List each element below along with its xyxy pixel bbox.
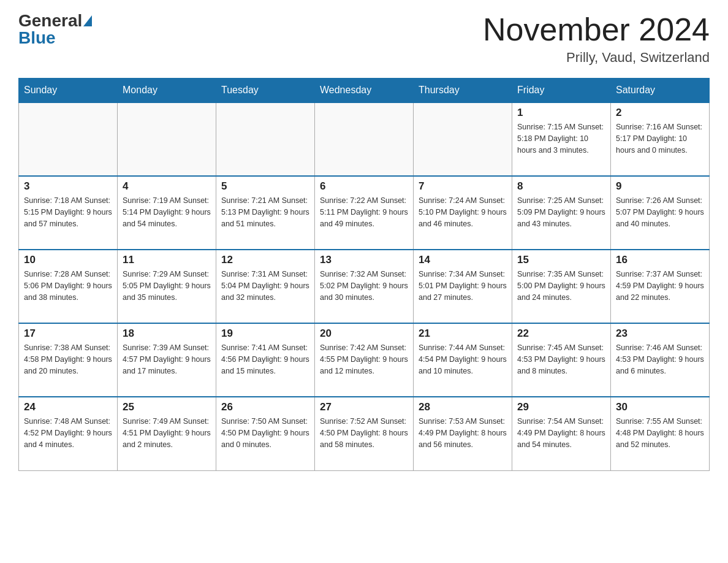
day-number: 6 <box>320 180 408 193</box>
day-number: 13 <box>320 254 408 266</box>
day-number: 2 <box>616 107 704 119</box>
day-number: 18 <box>123 327 211 340</box>
day-number: 28 <box>419 401 507 413</box>
day-number: 12 <box>221 254 309 266</box>
title-section: November 2024 Prilly, Vaud, Switzerland <box>483 12 710 66</box>
calendar-cell-w2-d2: 4Sunrise: 7:19 AM Sunset: 5:14 PM Daylig… <box>118 176 216 250</box>
day-number: 5 <box>221 180 309 193</box>
col-sunday: Sunday <box>19 79 118 103</box>
day-number: 25 <box>123 401 211 413</box>
day-info: Sunrise: 7:54 AM Sunset: 4:49 PM Dayligh… <box>517 416 605 450</box>
day-info: Sunrise: 7:42 AM Sunset: 4:55 PM Dayligh… <box>320 342 408 377</box>
logo-general: General <box>18 12 82 29</box>
calendar-cell-w5-d5: 28Sunrise: 7:53 AM Sunset: 4:49 PM Dayli… <box>414 397 512 470</box>
day-info: Sunrise: 7:37 AM Sunset: 4:59 PM Dayligh… <box>616 269 704 303</box>
day-number: 19 <box>221 327 309 340</box>
day-info: Sunrise: 7:38 AM Sunset: 4:58 PM Dayligh… <box>24 342 112 377</box>
day-info: Sunrise: 7:39 AM Sunset: 4:57 PM Dayligh… <box>123 342 211 377</box>
day-info: Sunrise: 7:53 AM Sunset: 4:49 PM Dayligh… <box>419 416 507 450</box>
day-info: Sunrise: 7:24 AM Sunset: 5:10 PM Dayligh… <box>419 195 507 229</box>
col-tuesday: Tuesday <box>216 79 315 103</box>
day-number: 16 <box>616 254 704 266</box>
calendar-cell-w2-d1: 3Sunrise: 7:18 AM Sunset: 5:15 PM Daylig… <box>19 176 118 250</box>
day-info: Sunrise: 7:28 AM Sunset: 5:06 PM Dayligh… <box>24 269 112 303</box>
day-number: 21 <box>419 327 507 340</box>
col-thursday: Thursday <box>414 79 512 103</box>
calendar-cell-w1-d7: 2Sunrise: 7:16 AM Sunset: 5:17 PM Daylig… <box>611 102 710 176</box>
day-number: 3 <box>24 180 112 193</box>
logo-triangle-icon <box>83 15 92 26</box>
day-info: Sunrise: 7:19 AM Sunset: 5:14 PM Dayligh… <box>123 195 211 229</box>
calendar-week-1: 1Sunrise: 7:15 AM Sunset: 5:18 PM Daylig… <box>19 102 710 176</box>
day-number: 24 <box>24 401 112 413</box>
day-info: Sunrise: 7:50 AM Sunset: 4:50 PM Dayligh… <box>221 416 309 450</box>
calendar-cell-w5-d7: 30Sunrise: 7:55 AM Sunset: 4:48 PM Dayli… <box>611 397 710 470</box>
col-monday: Monday <box>118 79 216 103</box>
col-wednesday: Wednesday <box>315 79 414 103</box>
location-title: Prilly, Vaud, Switzerland <box>483 50 710 66</box>
calendar-cell-w3-d5: 14Sunrise: 7:34 AM Sunset: 5:01 PM Dayli… <box>414 250 512 323</box>
logo: General Blue <box>18 12 92 47</box>
col-friday: Friday <box>512 79 611 103</box>
day-number: 17 <box>24 327 112 340</box>
calendar-cell-w2-d4: 6Sunrise: 7:22 AM Sunset: 5:11 PM Daylig… <box>315 176 414 250</box>
day-info: Sunrise: 7:55 AM Sunset: 4:48 PM Dayligh… <box>616 416 704 450</box>
day-info: Sunrise: 7:31 AM Sunset: 5:04 PM Dayligh… <box>221 269 309 303</box>
day-info: Sunrise: 7:22 AM Sunset: 5:11 PM Dayligh… <box>320 195 408 229</box>
day-number: 29 <box>517 401 605 413</box>
calendar-cell-w4-d2: 18Sunrise: 7:39 AM Sunset: 4:57 PM Dayli… <box>118 323 216 397</box>
day-info: Sunrise: 7:16 AM Sunset: 5:17 PM Dayligh… <box>616 121 704 156</box>
day-number: 22 <box>517 327 605 340</box>
calendar-cell-w5-d1: 24Sunrise: 7:48 AM Sunset: 4:52 PM Dayli… <box>19 397 118 470</box>
day-number: 8 <box>517 180 605 193</box>
calendar-cell-w5-d4: 27Sunrise: 7:52 AM Sunset: 4:50 PM Dayli… <box>315 397 414 470</box>
calendar-cell-w4-d3: 19Sunrise: 7:41 AM Sunset: 4:56 PM Dayli… <box>216 323 315 397</box>
day-number: 14 <box>419 254 507 266</box>
calendar-cell-w3-d4: 13Sunrise: 7:32 AM Sunset: 5:02 PM Dayli… <box>315 250 414 323</box>
day-info: Sunrise: 7:34 AM Sunset: 5:01 PM Dayligh… <box>419 269 507 303</box>
calendar-cell-w4-d1: 17Sunrise: 7:38 AM Sunset: 4:58 PM Dayli… <box>19 323 118 397</box>
calendar-cell-w4-d7: 23Sunrise: 7:46 AM Sunset: 4:53 PM Dayli… <box>611 323 710 397</box>
calendar-cell-w1-d4 <box>315 102 414 176</box>
calendar-cell-w5-d2: 25Sunrise: 7:49 AM Sunset: 4:51 PM Dayli… <box>118 397 216 470</box>
col-saturday: Saturday <box>611 79 710 103</box>
day-number: 9 <box>616 180 704 193</box>
calendar-cell-w1-d3 <box>216 102 315 176</box>
calendar-cell-w4-d6: 22Sunrise: 7:45 AM Sunset: 4:53 PM Dayli… <box>512 323 611 397</box>
day-info: Sunrise: 7:26 AM Sunset: 5:07 PM Dayligh… <box>616 195 704 229</box>
day-number: 30 <box>616 401 704 413</box>
calendar-cell-w1-d6: 1Sunrise: 7:15 AM Sunset: 5:18 PM Daylig… <box>512 102 611 176</box>
day-info: Sunrise: 7:32 AM Sunset: 5:02 PM Dayligh… <box>320 269 408 303</box>
day-number: 10 <box>24 254 112 266</box>
calendar-cell-w1-d1 <box>19 102 118 176</box>
calendar-cell-w2-d5: 7Sunrise: 7:24 AM Sunset: 5:10 PM Daylig… <box>414 176 512 250</box>
day-number: 23 <box>616 327 704 340</box>
calendar-cell-w4-d5: 21Sunrise: 7:44 AM Sunset: 4:54 PM Dayli… <box>414 323 512 397</box>
calendar-cell-w3-d2: 11Sunrise: 7:29 AM Sunset: 5:05 PM Dayli… <box>118 250 216 323</box>
day-info: Sunrise: 7:35 AM Sunset: 5:00 PM Dayligh… <box>517 269 605 303</box>
day-number: 15 <box>517 254 605 266</box>
calendar-week-5: 24Sunrise: 7:48 AM Sunset: 4:52 PM Dayli… <box>19 397 710 470</box>
calendar-week-3: 10Sunrise: 7:28 AM Sunset: 5:06 PM Dayli… <box>19 250 710 323</box>
calendar-cell-w2-d6: 8Sunrise: 7:25 AM Sunset: 5:09 PM Daylig… <box>512 176 611 250</box>
calendar-cell-w1-d2 <box>118 102 216 176</box>
page-header: General Blue November 2024 Prilly, Vaud,… <box>18 12 710 66</box>
calendar-cell-w2-d3: 5Sunrise: 7:21 AM Sunset: 5:13 PM Daylig… <box>216 176 315 250</box>
calendar-header-row: Sunday Monday Tuesday Wednesday Thursday… <box>19 79 710 103</box>
day-info: Sunrise: 7:15 AM Sunset: 5:18 PM Dayligh… <box>517 121 605 156</box>
day-number: 1 <box>517 107 605 119</box>
calendar-cell-w4-d4: 20Sunrise: 7:42 AM Sunset: 4:55 PM Dayli… <box>315 323 414 397</box>
day-info: Sunrise: 7:18 AM Sunset: 5:15 PM Dayligh… <box>24 195 112 229</box>
day-number: 7 <box>419 180 507 193</box>
day-info: Sunrise: 7:48 AM Sunset: 4:52 PM Dayligh… <box>24 416 112 450</box>
calendar-cell-w3-d1: 10Sunrise: 7:28 AM Sunset: 5:06 PM Dayli… <box>19 250 118 323</box>
day-info: Sunrise: 7:41 AM Sunset: 4:56 PM Dayligh… <box>221 342 309 377</box>
calendar-cell-w2-d7: 9Sunrise: 7:26 AM Sunset: 5:07 PM Daylig… <box>611 176 710 250</box>
calendar-cell-w3-d7: 16Sunrise: 7:37 AM Sunset: 4:59 PM Dayli… <box>611 250 710 323</box>
calendar-table: Sunday Monday Tuesday Wednesday Thursday… <box>18 78 710 471</box>
day-info: Sunrise: 7:49 AM Sunset: 4:51 PM Dayligh… <box>123 416 211 450</box>
day-info: Sunrise: 7:44 AM Sunset: 4:54 PM Dayligh… <box>419 342 507 377</box>
calendar-cell-w3-d6: 15Sunrise: 7:35 AM Sunset: 5:00 PM Dayli… <box>512 250 611 323</box>
day-info: Sunrise: 7:21 AM Sunset: 5:13 PM Dayligh… <box>221 195 309 229</box>
day-number: 20 <box>320 327 408 340</box>
